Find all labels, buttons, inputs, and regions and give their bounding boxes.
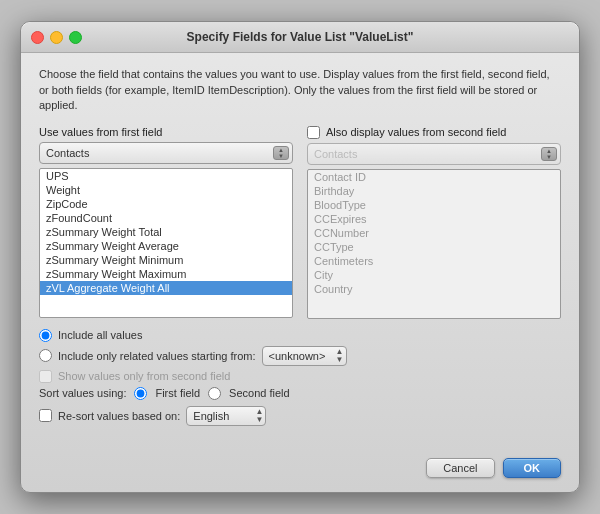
window-controls [31,31,82,44]
list-item[interactable]: Centimeters [308,254,560,268]
include-all-label: Include all values [58,329,142,341]
ok-button[interactable]: OK [503,458,562,478]
include-all-radio[interactable] [39,329,52,342]
related-select-wrapper: <unknown> ▲▼ [262,346,347,366]
second-field-table-select[interactable]: Contacts [307,143,561,165]
field-columns: Use values from first field Contacts UPS… [39,126,561,319]
resort-select[interactable]: English [186,406,266,426]
list-item[interactable]: ZipCode [40,197,292,211]
list-item[interactable]: zSummary Weight Maximum [40,267,292,281]
list-item[interactable]: City [308,268,560,282]
first-field-label: Use values from first field [39,126,293,138]
dialog-title: Specify Fields for Value List "ValueList… [187,30,414,44]
include-all-row: Include all values [39,329,561,342]
resort-checkbox[interactable] [39,409,52,422]
show-second-field-label: Show values only from second field [58,370,230,382]
sort-second-radio[interactable] [208,387,221,400]
sort-second-label: Second field [229,387,290,399]
list-item-selected[interactable]: zVL Aggregate Weight All [40,281,292,295]
list-item[interactable]: Weight [40,183,292,197]
list-item[interactable]: zSummary Weight Total [40,225,292,239]
related-select[interactable]: <unknown> [262,346,347,366]
list-item[interactable]: zSummary Weight Minimum [40,253,292,267]
second-field-column: Also display values from second field Co… [307,126,561,319]
sort-first-radio[interactable] [134,387,147,400]
sort-row: Sort values using: First field Second fi… [39,387,561,400]
description-text: Choose the field that contains the value… [39,67,561,113]
include-related-radio[interactable] [39,349,52,362]
include-related-label: Include only related values starting fro… [58,350,256,362]
list-item[interactable]: zFoundCount [40,211,292,225]
options-section: Include all values Include only related … [39,329,561,426]
list-item[interactable]: UPS [40,169,292,183]
resort-select-wrapper: English ▲▼ [186,406,266,426]
list-item[interactable]: BloodType [308,198,560,212]
bottom-buttons: Cancel OK [21,450,579,492]
show-second-field-checkbox[interactable] [39,370,52,383]
minimize-button[interactable] [50,31,63,44]
title-bar: Specify Fields for Value List "ValueList… [21,22,579,53]
list-item[interactable]: Birthday [308,184,560,198]
first-field-table-select[interactable]: Contacts [39,142,293,164]
first-field-list[interactable]: UPS Weight ZipCode zFoundCount zSummary … [39,168,293,318]
second-field-table-wrapper: Contacts [307,143,561,165]
second-field-list[interactable]: Contact ID Birthday BloodType CCExpires … [307,169,561,319]
list-item[interactable]: zSummary Weight Average [40,239,292,253]
cancel-button[interactable]: Cancel [426,458,494,478]
second-field-checkbox[interactable] [307,126,320,139]
list-item[interactable]: CCExpires [308,212,560,226]
first-field-column: Use values from first field Contacts UPS… [39,126,293,319]
dialog-content: Choose the field that contains the value… [21,53,579,449]
show-second-field-row: Show values only from second field [39,370,561,383]
resort-label: Re-sort values based on: [58,410,180,422]
sort-first-label: First field [155,387,200,399]
list-item[interactable]: CCNumber [308,226,560,240]
include-related-row: Include only related values starting fro… [39,346,561,366]
list-item[interactable]: Contact ID [308,170,560,184]
list-item[interactable]: Country [308,282,560,296]
resort-row: Re-sort values based on: English ▲▼ [39,406,561,426]
maximize-button[interactable] [69,31,82,44]
first-field-table-wrapper: Contacts [39,142,293,164]
close-button[interactable] [31,31,44,44]
list-item[interactable]: CCType [308,240,560,254]
dialog: Specify Fields for Value List "ValueList… [20,21,580,492]
sort-label: Sort values using: [39,387,126,399]
second-field-label: Also display values from second field [307,126,561,139]
